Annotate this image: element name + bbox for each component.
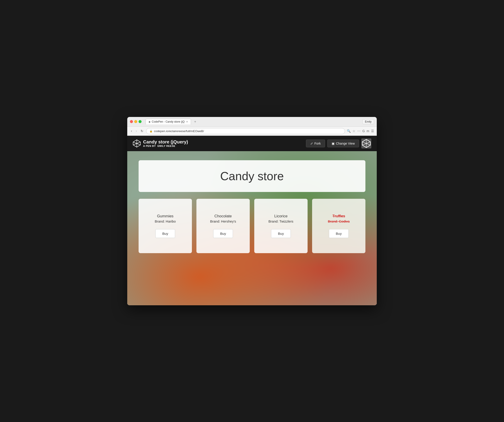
translate-icon[interactable]: G [362,129,365,133]
reload-button[interactable]: ↻ [140,129,144,133]
browser-window: ◈ CodePen - Candy store (jQ ✕ + Emily ‹ … [127,117,377,305]
buy-button[interactable]: Buy [329,229,349,238]
product-name: Chocolate [210,214,236,218]
svg-line-7 [133,143,137,145]
product-brand: Brand: Twizzlers [269,219,294,223]
buy-button[interactable]: Buy [155,229,175,238]
address-actions: 🔍 ☆ ⋯ G m ☰ [347,129,374,133]
product-card: GummiesBrand: HariboBuy [138,199,192,253]
buy-button[interactable]: Buy [271,229,291,238]
traffic-lights [130,120,142,123]
svg-line-5 [133,142,137,143]
product-info: GummiesBrand: Haribo [155,214,176,223]
buy-button[interactable]: Buy [213,229,233,238]
profile-icon[interactable]: m [366,129,369,133]
svg-line-6 [137,142,140,143]
product-card: TrufflesBrand: GodivaBuy [312,199,366,253]
fork-button[interactable]: ⤢ Fork [306,140,325,147]
pen-title: Candy store (jQuery) [143,139,188,145]
content-inner: Candy store GummiesBrand: HariboBuyChoco… [127,151,377,262]
product-info: LicoriceBrand: Twizzlers [269,214,294,223]
product-name: Truffles [328,214,350,218]
pen-meta: Candy store (jQuery) A PEN BY Emily Rees… [143,139,188,147]
maximize-button[interactable] [138,120,142,123]
avatar-image [361,139,371,148]
codepen-toolbar: Candy store (jQuery) A PEN BY Emily Rees… [127,136,377,151]
forward-button[interactable]: › [135,129,138,134]
lock-icon: 🔒 [150,130,153,133]
product-info: ChocolateBrand: Hershey's [210,214,236,223]
svg-line-8 [137,143,140,145]
back-button[interactable]: ‹ [130,129,133,134]
fork-icon: ⤢ [310,142,313,145]
address-bar: ‹ › ↻ 🔒 codepen.io/eclairereese/full/mEO… [127,127,377,136]
change-view-icon: ▣ [332,142,335,145]
codepen-logo: Candy store (jQuery) A PEN BY Emily Rees… [133,139,188,147]
tab-title: CodePen - Candy store (jQ [152,120,185,123]
title-bar: ◈ CodePen - Candy store (jQ ✕ + Emily [127,117,377,127]
codepen-logo-icon [133,139,141,147]
tab-favicon: ◈ [149,120,150,123]
avatar[interactable] [361,139,371,148]
content-area: Candy store GummiesBrand: HariboBuyChoco… [127,151,377,305]
minimize-button[interactable] [134,120,137,123]
bookmark-icon[interactable]: ☆ [353,129,355,133]
product-card: ChocolateBrand: Hershey'sBuy [196,199,250,253]
product-card: LicoriceBrand: TwizzlersBuy [254,199,308,253]
tab-close-button[interactable]: ✕ [186,120,188,123]
toolbar-right: ⤢ Fork ▣ Change View [306,139,371,148]
hamburger-icon[interactable]: ☰ [371,129,374,133]
product-brand: Brand: Hershey's [210,219,236,223]
change-view-button[interactable]: ▣ Change View [327,140,359,147]
new-tab-button[interactable]: + [192,119,198,125]
store-title: Candy store [148,169,356,183]
product-info: TrufflesBrand: Godiva [328,214,350,223]
user-label: Emily [362,119,374,124]
search-icon[interactable]: 🔍 [347,129,351,133]
product-brand: Brand: Haribo [155,219,176,223]
store-header: Candy store [138,160,366,192]
close-button[interactable] [130,120,133,123]
url-bar[interactable]: 🔒 codepen.io/eclairereese/full/mEOweB/ [146,128,345,134]
menu-dots-icon[interactable]: ⋯ [357,129,360,133]
product-brand: Brand: Godiva [328,219,350,223]
pen-author: A PEN BY Emily Reese [143,145,188,147]
product-name: Licorice [269,214,294,218]
product-name: Gummies [155,214,176,218]
tab-bar: ◈ CodePen - Candy store (jQ ✕ + [146,119,361,125]
browser-tab[interactable]: ◈ CodePen - Candy store (jQ ✕ [146,119,191,124]
products-grid: GummiesBrand: HariboBuyChocolateBrand: H… [138,199,366,253]
url-text: codepen.io/eclairereese/full/mEOweB/ [154,129,204,133]
